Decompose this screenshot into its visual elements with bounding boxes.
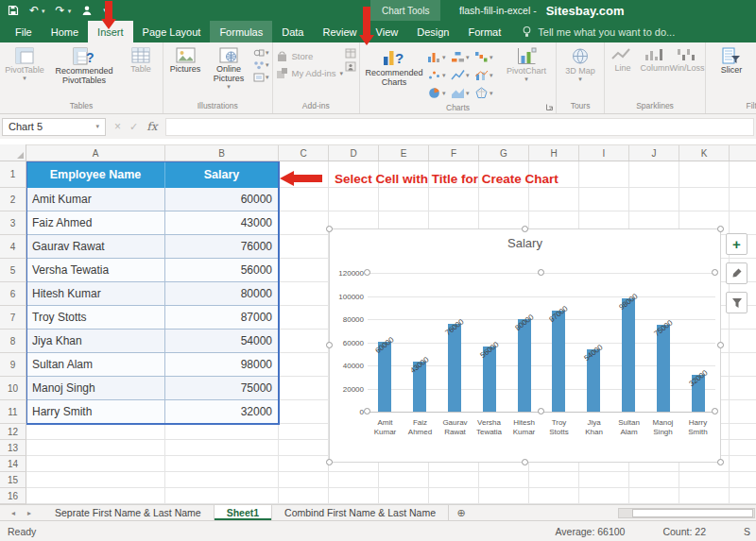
- mini-radar-button[interactable]: ▾: [474, 84, 498, 102]
- mini-column-button[interactable]: ▾: [427, 48, 451, 66]
- selection-handle[interactable]: [538, 269, 544, 276]
- column-button[interactable]: Column: [640, 45, 670, 73]
- selection-handle[interactable]: [522, 226, 528, 232]
- table-row[interactable]: Manoj Singh75000: [26, 377, 279, 400]
- row-header-3[interactable]: 3: [0, 211, 26, 235]
- employee-name-cell[interactable]: Gaurav Rawat: [26, 235, 165, 259]
- selection-handle[interactable]: [717, 342, 724, 348]
- employee-name-cell[interactable]: Amit Kumar: [26, 188, 165, 211]
- scrollbar-track[interactable]: [618, 508, 755, 518]
- row-header-10[interactable]: 10: [0, 377, 26, 400]
- salary-cell[interactable]: 80000: [165, 282, 279, 306]
- salary-cell[interactable]: 56000: [165, 259, 279, 282]
- column-header-g[interactable]: G: [479, 145, 529, 161]
- embedded-bar-chart[interactable]: Salary 020000400006000080000100000120000…: [329, 228, 721, 463]
- selection-handle[interactable]: [712, 408, 718, 414]
- scrollbar-thumb[interactable]: [632, 509, 753, 517]
- store-button[interactable]: Store: [276, 50, 344, 62]
- row-header-4[interactable]: 4: [0, 235, 26, 259]
- mini-hierarchy-button[interactable]: ▾: [451, 48, 474, 66]
- mini-waterfall-button[interactable]: ▾: [474, 48, 498, 66]
- selection-handle[interactable]: [717, 226, 724, 232]
- selection-handle[interactable]: [326, 342, 333, 348]
- row-header-16[interactable]: 16: [0, 488, 26, 504]
- table-row[interactable]: Gaurav Rawat76000: [26, 235, 279, 259]
- selection-handle[interactable]: [326, 459, 333, 465]
- add-sheet-button[interactable]: ⊕: [449, 505, 473, 520]
- salary-cell[interactable]: 54000: [165, 330, 279, 353]
- selection-handle[interactable]: [326, 226, 333, 232]
- table-row[interactable]: Hitesh Kumar80000: [26, 282, 279, 306]
- row-header-9[interactable]: 9: [0, 353, 26, 377]
- table-row[interactable]: Troy Stotts87000: [26, 306, 279, 330]
- tell-me-box[interactable]: Tell me what you want to do...: [522, 21, 675, 42]
- select-all-corner[interactable]: [0, 144, 26, 161]
- salary-cell[interactable]: 32000: [165, 400, 279, 424]
- employee-name-cell[interactable]: Troy Stotts: [26, 306, 165, 330]
- redo-button[interactable]: ↷▾: [56, 5, 72, 16]
- mini-pie-button[interactable]: ▾: [427, 84, 451, 102]
- undo-button[interactable]: ↶▾: [29, 5, 45, 16]
- column-header-c[interactable]: C: [279, 145, 329, 161]
- selection-handle[interactable]: [712, 269, 718, 276]
- addin-grid-button[interactable]: [345, 48, 356, 59]
- table-row[interactable]: Faiz Ahmed43000: [26, 211, 279, 235]
- chart-bar[interactable]: [518, 319, 531, 412]
- shapes-button[interactable]: ▾: [253, 48, 269, 58]
- table-row[interactable]: Harry Smith32000: [26, 400, 279, 424]
- row-header-7[interactable]: 7: [0, 306, 26, 330]
- table-header-salary[interactable]: Salary: [165, 161, 279, 188]
- column-header-f[interactable]: F: [429, 145, 479, 161]
- chart-filters-button[interactable]: [726, 292, 747, 313]
- line-button[interactable]: Line: [608, 45, 638, 73]
- selection-handle[interactable]: [717, 459, 724, 465]
- addin-people-button[interactable]: [345, 61, 356, 72]
- row-header-13[interactable]: 13: [0, 440, 26, 456]
- table-row[interactable]: Sultan Alam98000: [26, 353, 279, 377]
- row-header-1[interactable]: 1: [0, 161, 26, 188]
- table-button[interactable]: Table: [122, 45, 160, 74]
- salary-table[interactable]: Employee NameSalaryAmit Kumar60000Faiz A…: [26, 161, 279, 424]
- row-header-6[interactable]: 6: [0, 282, 26, 306]
- salary-cell[interactable]: 60000: [165, 188, 279, 211]
- sheet-tab-sheet1[interactable]: Sheet1: [215, 505, 272, 520]
- chart-styles-button[interactable]: [726, 262, 747, 284]
- row-header-15[interactable]: 15: [0, 472, 26, 488]
- mini-line-button[interactable]: ▾: [451, 66, 474, 84]
- sheet-nav-right-button[interactable]: ▸: [27, 509, 31, 517]
- tab-formulas[interactable]: Formulas: [210, 21, 272, 42]
- column-header-j[interactable]: J: [629, 145, 679, 161]
- recommended-charts-button[interactable]: ?Recommended Charts: [363, 45, 425, 87]
- row-header-12[interactable]: 12: [0, 424, 26, 440]
- column-header-k[interactable]: K: [679, 145, 730, 161]
- employee-name-cell[interactable]: Manoj Singh: [26, 377, 165, 400]
- insert-function-icon[interactable]: fx: [146, 120, 157, 133]
- row-header-2[interactable]: 2: [0, 188, 26, 211]
- table-row[interactable]: Amit Kumar60000: [26, 188, 279, 211]
- tab-home[interactable]: Home: [42, 21, 88, 42]
- employee-name-cell[interactable]: Sultan Alam: [26, 353, 165, 377]
- selection-handle[interactable]: [364, 269, 370, 276]
- chart-bar[interactable]: [657, 325, 670, 412]
- salary-cell[interactable]: 76000: [165, 235, 279, 259]
- formula-input[interactable]: [165, 118, 754, 136]
- mini-scatter-button[interactable]: ▾: [427, 66, 451, 84]
- my-add-ins-button[interactable]: My Add-ins▾: [276, 67, 344, 79]
- screenshot-button[interactable]: ▾: [253, 73, 269, 82]
- employee-name-cell[interactable]: Jiya Khan: [26, 330, 165, 353]
- salary-cell[interactable]: 75000: [165, 377, 279, 400]
- tab-format[interactable]: Format: [458, 21, 510, 42]
- save-button[interactable]: [8, 5, 19, 16]
- sheet-nav-left-button[interactable]: ◂: [11, 509, 15, 517]
- enter-icon[interactable]: ✓: [129, 121, 138, 133]
- tab-page-layout[interactable]: Page Layout: [133, 21, 211, 42]
- salary-cell[interactable]: 87000: [165, 306, 279, 330]
- cancel-icon[interactable]: ×: [114, 120, 121, 133]
- salary-cell[interactable]: 43000: [165, 211, 279, 235]
- user-button[interactable]: [81, 5, 93, 16]
- win-loss-button[interactable]: Win/Loss: [672, 45, 702, 73]
- column-header-a[interactable]: A: [26, 145, 165, 161]
- tab-design[interactable]: Design: [407, 21, 458, 42]
- pictures-button[interactable]: Pictures: [166, 45, 204, 74]
- selection-handle[interactable]: [538, 408, 544, 414]
